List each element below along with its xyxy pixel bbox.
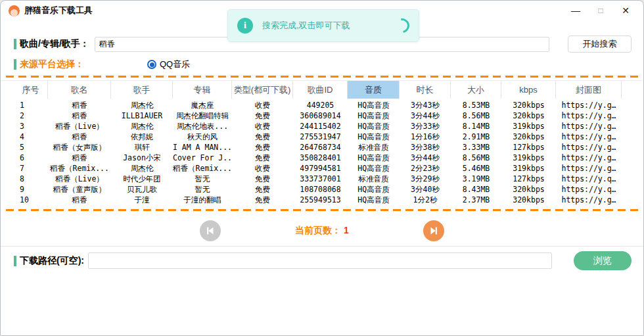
table-cell: 稻香 — [48, 195, 111, 205]
accent-bar — [14, 59, 16, 70]
table-cell: 稻香 — [48, 132, 111, 142]
table-row[interactable]: 8稻香（Live）时代少年团暂无免费333737001标准音质3分29秒3.19… — [14, 174, 643, 184]
table-cell: 免费 — [232, 132, 293, 142]
table-row[interactable]: 7稻香（Remix...周杰伦稻香（Remix...收费497994581HQ高… — [14, 163, 643, 174]
next-page-button[interactable] — [423, 220, 444, 241]
table-cell: 7 — [14, 163, 48, 174]
column-header-3[interactable]: 歌手 — [111, 81, 173, 99]
table-cell: 8.53MB — [451, 100, 501, 110]
table-row[interactable]: 2稻香ILLB1AUER周杰伦翻唱特辑免费360689014HQ高音质3分44秒… — [14, 110, 643, 121]
table-cell: 免费 — [232, 153, 293, 163]
table-cell: 8.56MB — [451, 110, 501, 121]
table-row[interactable]: 1稻香周杰伦魔杰座收费449205HQ高音质3分43秒8.53MB320kbps… — [14, 100, 643, 110]
table-cell: https://y.q… — [556, 174, 622, 184]
column-header-8[interactable]: 时长 — [400, 81, 451, 99]
table-cell: HQ高音质 — [348, 163, 400, 174]
table-cell: 周杰伦 — [111, 121, 173, 132]
platform-label: 来源平台选择： — [20, 59, 84, 70]
table-cell: 稻香（Remix... — [173, 163, 232, 174]
table-cell: 3.33MB — [451, 142, 501, 153]
table-cell: https://y.q… — [556, 184, 622, 195]
table-cell: 稻香 — [48, 110, 111, 121]
table-cell: 319kbps — [501, 121, 556, 132]
close-button[interactable]: ✕ — [613, 2, 638, 19]
table-cell: 1 — [14, 100, 48, 110]
current-page-label: 当前页数：1 — [295, 225, 349, 237]
table-cell: 3分44秒 — [400, 153, 451, 163]
page-number: 1 — [344, 225, 349, 235]
accent-bar — [14, 39, 16, 49]
table-cell: HQ高音质 — [348, 110, 400, 121]
results-table: 序号歌名歌手专辑类型(都可下载)歌曲ID音质时长大小kbps封面图 1稻香周杰伦… — [1, 80, 643, 205]
table-cell: 360689014 — [293, 110, 348, 121]
table-cell: 周杰伦地表... — [173, 121, 232, 132]
table-cell: 320kbps — [501, 184, 556, 195]
table-cell: 暂无 — [173, 174, 232, 184]
table-cell: ILLB1AUER — [111, 110, 173, 121]
table-cell: 275531947 — [293, 132, 348, 142]
table-cell: I AM A MAN... — [173, 142, 232, 153]
prev-page-button[interactable] — [200, 220, 221, 241]
table-cell: 3分43秒 — [400, 100, 451, 110]
table-cell: 免费 — [232, 195, 293, 205]
table-row[interactable]: 4稻香依邦妮秋天的风免费275531947HQ高音质1分16秒2.91MB320… — [14, 132, 643, 142]
table-cell: 320kbps — [501, 195, 556, 205]
app-window: 胖猫音乐下载工具 — □ ✕ i 搜索完成,双击即可下载 歌曲/专辑/歌手： 开… — [0, 0, 644, 336]
column-header-7[interactable]: 音质 — [348, 81, 400, 99]
platform-options: QQ音乐 — [147, 59, 190, 70]
table-cell: https://y.g… — [556, 100, 622, 110]
column-header-6[interactable]: 歌曲ID — [293, 81, 348, 99]
table-cell: 稻香 — [48, 153, 111, 163]
browse-button[interactable]: 浏览 — [574, 251, 632, 270]
minimize-button[interactable]: — — [563, 2, 588, 19]
column-header-11[interactable]: 封面图 — [556, 81, 622, 99]
table-cell: 2 — [14, 110, 48, 121]
table-cell: 3分33秒 — [400, 121, 451, 132]
table-cell: Cover For J... — [173, 153, 232, 163]
page-label-text: 当前页数： — [295, 225, 341, 235]
table-cell: 333737001 — [293, 174, 348, 184]
table-cell: https://y.g… — [556, 142, 622, 153]
radio-qq-music[interactable] — [147, 60, 156, 69]
table-cell: 4 — [14, 132, 48, 142]
table-row[interactable]: 10稻香于潼于潼的翻唱免费255949513HQ高音质1分2秒2.37MB320… — [14, 195, 643, 205]
table-cell: 3分40秒 — [400, 184, 451, 195]
table-cell: 免费 — [232, 142, 293, 153]
table-cell: 449205 — [293, 100, 348, 110]
download-path-input[interactable] — [88, 252, 552, 269]
table-cell: https://y.g… — [556, 121, 622, 132]
table-cell: 2.91MB — [451, 132, 501, 142]
table-cell: 3分44秒 — [400, 110, 451, 121]
table-cell: 稻香（女声版） — [48, 142, 111, 153]
table-cell: 依邦妮 — [111, 132, 173, 142]
radio-dot — [150, 62, 154, 67]
start-search-button[interactable]: 开始搜索 — [568, 36, 632, 53]
table-row[interactable]: 3稻香（Live）周杰伦周杰伦地表...收费244115402HQ高音质3分33… — [14, 121, 643, 132]
column-header-2[interactable]: 歌名 — [48, 81, 111, 99]
toast-message: 搜索完成,双击即可下载 — [262, 20, 350, 32]
table-cell: 稻香（童声版） — [48, 184, 111, 195]
column-header-4[interactable]: 专辑 — [173, 81, 232, 99]
table-cell: 5 — [14, 142, 48, 153]
table-cell: 8.43MB — [451, 184, 501, 195]
table-row[interactable]: 9稻香（童声版）贝瓦儿歌暂无免费108708068HQ高音质3分40秒8.43M… — [14, 184, 643, 195]
table-cell: 320kbps — [501, 132, 556, 142]
table-cell: 稻香（Live） — [48, 121, 111, 132]
column-header-10[interactable]: kbps — [501, 81, 556, 99]
maximize-button[interactable]: □ — [588, 2, 613, 19]
table-row[interactable]: 5稻香（女声版）琪轩I AM A MAN...免费264768734标准音质3分… — [14, 142, 643, 153]
table-cell: HQ高音质 — [348, 153, 400, 163]
column-header-9[interactable]: 大小 — [451, 81, 501, 99]
app-icon — [9, 5, 20, 16]
table-cell: 于潼 — [111, 195, 173, 205]
table-cell: 稻香 — [48, 100, 111, 110]
table-cell: HQ高音质 — [348, 121, 400, 132]
column-header-1[interactable]: 序号 — [14, 81, 48, 99]
table-row[interactable]: 6稻香Jason小宋Cover For J...免费350828401HQ高音质… — [14, 153, 643, 163]
skip-next-icon — [428, 225, 440, 237]
info-icon: i — [237, 18, 253, 34]
column-header-5[interactable]: 类型(都可下载) — [232, 81, 293, 99]
table-cell: 稻香（Remix... — [48, 163, 111, 174]
table-cell: HQ高音质 — [348, 195, 400, 205]
table-cell: 收费 — [232, 121, 293, 132]
